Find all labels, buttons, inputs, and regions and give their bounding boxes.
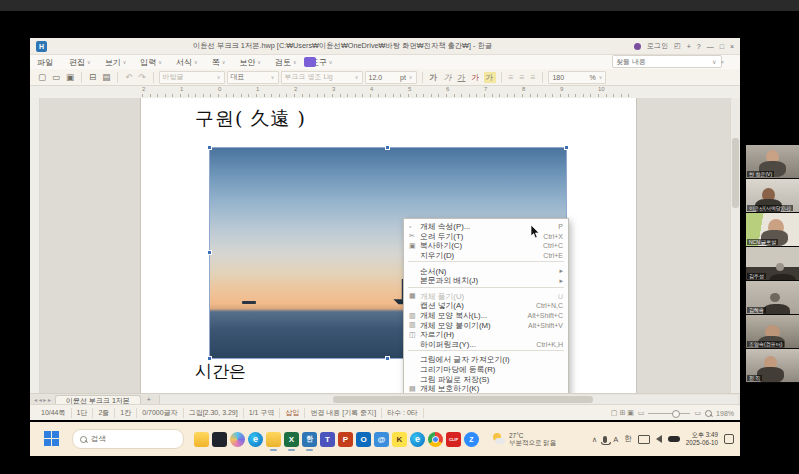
close-button[interactable]: × bbox=[730, 43, 734, 50]
weather-widget[interactable]: 27°C부분적으로 맑음 bbox=[493, 432, 556, 447]
open-icon[interactable]: ▭ bbox=[50, 72, 62, 82]
taskbar-clock[interactable]: 오후 3:492025-06-10 bbox=[686, 431, 718, 447]
taskbar-app-icon[interactable]: @ bbox=[374, 432, 389, 447]
microphone-icon[interactable] bbox=[603, 436, 607, 443]
taskbar-app-icon[interactable]: Z bbox=[464, 432, 479, 447]
document-heading[interactable]: 구원( 久遠 ) bbox=[195, 106, 306, 132]
highlight-button[interactable]: 가 bbox=[484, 72, 496, 83]
speaker-icon[interactable] bbox=[656, 435, 662, 443]
ime-korean-indicator[interactable]: 한 bbox=[624, 434, 632, 444]
page-width-icon[interactable]: ▭ bbox=[694, 409, 701, 417]
taskbar-app-icon[interactable]: e bbox=[248, 432, 263, 447]
menu-item[interactable]: 입력∨ bbox=[133, 57, 169, 68]
help-icon[interactable]: ? bbox=[697, 43, 701, 50]
style-select[interactable]: 바탕글∨ bbox=[159, 71, 225, 84]
chevron-down-icon[interactable]: ∨ bbox=[710, 58, 718, 65]
taskbar-app-icon[interactable]: X bbox=[284, 432, 299, 447]
taskbar-app-icon[interactable]: O bbox=[356, 432, 371, 447]
close-icon[interactable]: × bbox=[718, 59, 726, 65]
chevron-down-icon: ∨ bbox=[329, 59, 333, 65]
font-size-stepper[interactable]: 12.0pt∨ bbox=[365, 71, 417, 84]
representative-select[interactable]: 대표∨ bbox=[227, 71, 279, 84]
font-color-button[interactable]: 가 bbox=[470, 72, 482, 83]
context-menu-item[interactable]: ▤ 개체 보호하기(K) bbox=[404, 384, 568, 393]
participant-video-tile[interactable]: 이윤선(서예당)(나) bbox=[746, 179, 799, 213]
horizontal-scrollbar[interactable] bbox=[159, 395, 738, 404]
participant-video-tile[interactable]: NCN 글로벌 bbox=[746, 213, 799, 247]
taskbar-app-icon[interactable]: e bbox=[410, 432, 425, 447]
context-menu-item[interactable]: 하이퍼링크(Y)... Ctrl+K,H bbox=[404, 340, 568, 350]
font-select[interactable]: 부크크 명조 Lig∨ bbox=[281, 71, 363, 84]
magnifier-icon[interactable] bbox=[705, 410, 712, 417]
participant-video-tile[interactable]: 전 직 bbox=[746, 349, 799, 383]
battery-icon[interactable] bbox=[668, 436, 680, 442]
new-tab-icon[interactable]: + bbox=[687, 43, 691, 50]
taskbar-app-icon[interactable] bbox=[428, 432, 443, 447]
bold-button[interactable]: 가 bbox=[428, 72, 440, 83]
start-button[interactable] bbox=[44, 431, 60, 447]
chevron-down-icon: ∨ bbox=[194, 59, 198, 65]
find-bar[interactable]: ∨ × bbox=[612, 55, 722, 68]
menu-item[interactable]: 파일 bbox=[30, 57, 62, 68]
participant-video-tile[interactable]: 김혜숙 bbox=[746, 281, 799, 315]
taskbar-search[interactable]: 검색 bbox=[72, 429, 184, 449]
context-menu-item[interactable]: 본문과의 배치(J) ▸ bbox=[404, 276, 568, 286]
menu-item[interactable]: 서식∨ bbox=[169, 57, 205, 68]
ai-assistant-badge[interactable] bbox=[304, 57, 316, 67]
align-right-icon[interactable]: ≡ bbox=[528, 72, 537, 82]
vertical-scrollbar[interactable] bbox=[730, 98, 740, 393]
menu-item[interactable]: 검토∨ bbox=[268, 57, 304, 68]
vertical-ruler[interactable] bbox=[30, 98, 40, 393]
participant-video-tile[interactable]: 김주성 bbox=[746, 247, 799, 281]
taskbar-app-icon[interactable] bbox=[212, 432, 227, 447]
ime-latin-indicator[interactable]: A bbox=[613, 435, 618, 444]
resize-handle[interactable] bbox=[564, 145, 569, 150]
participant-video-tile[interactable]: 한 청운(V) bbox=[746, 145, 799, 179]
fullscreen-icon[interactable]: ◰ bbox=[674, 42, 681, 50]
menu-item[interactable]: 보안∨ bbox=[232, 57, 268, 68]
align-left-icon[interactable]: ≡ bbox=[507, 72, 516, 82]
new-document-icon[interactable]: ▢ bbox=[36, 72, 48, 82]
zoom-stepper[interactable]: 180%∨ bbox=[548, 71, 606, 84]
taskbar-app-icon[interactable]: K bbox=[392, 432, 407, 447]
taskbar-app-icon[interactable] bbox=[194, 432, 209, 447]
italic-button[interactable]: 가 bbox=[442, 72, 454, 83]
menu-item[interactable]: 쪽∨ bbox=[205, 57, 233, 68]
login-button[interactable]: 로그인 bbox=[647, 41, 668, 51]
minimize-button[interactable]: — bbox=[707, 43, 714, 50]
display-icon[interactable] bbox=[638, 435, 650, 444]
menu-item[interactable]: 편집∨ bbox=[62, 57, 98, 68]
align-center-icon[interactable]: ≡ bbox=[517, 72, 526, 82]
redo-icon[interactable]: ↷ bbox=[136, 72, 147, 82]
page-fit-icon[interactable]: ▭ bbox=[638, 409, 645, 417]
resize-handle[interactable] bbox=[207, 250, 212, 255]
undo-icon[interactable]: ↶ bbox=[123, 72, 134, 82]
restore-button[interactable]: □ bbox=[720, 43, 724, 50]
status-segment: 2줄 bbox=[93, 408, 115, 418]
participant-video-tile[interactable]: 조영숙(컴퓨터) bbox=[746, 315, 799, 349]
preview-icon[interactable]: ▤ bbox=[100, 72, 112, 82]
print-icon[interactable]: ⊟ bbox=[87, 72, 98, 82]
resize-handle[interactable] bbox=[207, 145, 212, 150]
account-icon[interactable] bbox=[634, 43, 641, 50]
statusbar-zoom-value[interactable]: 198% bbox=[716, 410, 734, 417]
resize-handle[interactable] bbox=[385, 145, 390, 150]
notification-icon[interactable] bbox=[724, 434, 734, 444]
context-menu-item[interactable]: 지우기(D) Ctrl+E bbox=[404, 251, 568, 261]
taskbar-app-icon[interactable]: 한 bbox=[302, 432, 317, 447]
document-body-text[interactable]: 시간은 bbox=[195, 360, 246, 383]
resize-handle[interactable] bbox=[207, 356, 212, 361]
view-mode-icons[interactable]: ▢ ⊞ ▣ bbox=[611, 409, 634, 417]
taskbar-app-icon[interactable]: P bbox=[338, 432, 353, 447]
taskbar-app-icon[interactable]: T bbox=[320, 432, 335, 447]
underline-button[interactable]: 가 bbox=[456, 72, 468, 83]
menu-item[interactable]: 보기∨ bbox=[98, 57, 134, 68]
find-input[interactable] bbox=[613, 57, 710, 66]
resize-handle[interactable] bbox=[385, 356, 390, 361]
taskbar-app-icon[interactable] bbox=[230, 432, 245, 447]
taskbar-app-icon[interactable]: CLIP bbox=[446, 432, 461, 447]
zoom-slider[interactable] bbox=[648, 413, 690, 414]
save-icon[interactable]: ▣ bbox=[64, 72, 76, 82]
tray-chevron-icon[interactable]: ∧ bbox=[592, 435, 598, 444]
taskbar-app-icon[interactable] bbox=[266, 432, 281, 447]
